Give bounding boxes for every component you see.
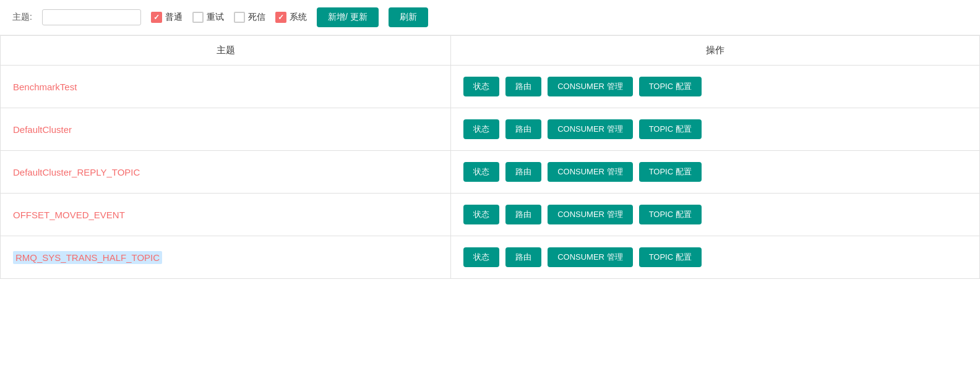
- col-topic: 主题: [1, 36, 451, 66]
- subject-input[interactable]: [42, 9, 141, 25]
- topic-name: DefaultCluster_REPLY_TOPIC: [13, 167, 140, 177]
- topic-cell: OFFSET_MOVED_EVENT: [1, 194, 451, 236]
- table-row: DefaultCluster_REPLY_TOPIC状态路由CONSUMER 管…: [1, 151, 980, 194]
- topic-config-button[interactable]: TOPIC 配置: [639, 205, 702, 224]
- checkbox-dead-box[interactable]: [234, 12, 245, 23]
- table-row: DefaultCluster状态路由CONSUMER 管理TOPIC 配置: [1, 108, 980, 151]
- topic-name: DefaultCluster: [13, 124, 72, 135]
- col-action: 操作: [451, 36, 980, 66]
- topic-name: BenchmarkTest: [13, 82, 77, 92]
- checkbox-dead[interactable]: 死信: [234, 12, 265, 23]
- topic-name: OFFSET_MOVED_EVENT: [13, 210, 125, 220]
- actions-container: 状态路由CONSUMER 管理TOPIC 配置: [463, 77, 967, 96]
- route-button[interactable]: 路由: [505, 77, 541, 96]
- actions-container: 状态路由CONSUMER 管理TOPIC 配置: [463, 162, 967, 182]
- actions-container: 状态路由CONSUMER 管理TOPIC 配置: [463, 205, 967, 224]
- status-button[interactable]: 状态: [463, 205, 499, 224]
- table-container: 主题 操作 BenchmarkTest状态路由CONSUMER 管理TOPIC …: [0, 35, 980, 279]
- checkbox-dead-label: 死信: [248, 12, 265, 23]
- consumer-manage-button[interactable]: CONSUMER 管理: [548, 77, 632, 96]
- checkbox-normal[interactable]: 普通: [151, 12, 183, 23]
- checkbox-retry[interactable]: 重试: [192, 12, 224, 23]
- add-update-button[interactable]: 新增/ 更新: [317, 7, 379, 27]
- table-header-row: 主题 操作: [1, 36, 980, 66]
- topic-config-button[interactable]: TOPIC 配置: [639, 119, 702, 139]
- topic-name: RMQ_SYS_TRANS_HALF_TOPIC: [13, 251, 162, 264]
- actions-cell: 状态路由CONSUMER 管理TOPIC 配置: [451, 151, 980, 194]
- checkbox-system-label: 系统: [290, 12, 307, 23]
- actions-cell: 状态路由CONSUMER 管理TOPIC 配置: [451, 66, 980, 108]
- checkbox-retry-label: 重试: [207, 12, 224, 23]
- consumer-manage-button[interactable]: CONSUMER 管理: [548, 162, 632, 182]
- checkbox-system-box[interactable]: [275, 12, 286, 23]
- topic-cell: DefaultCluster_REPLY_TOPIC: [1, 151, 451, 194]
- status-button[interactable]: 状态: [463, 77, 499, 96]
- topic-config-button[interactable]: TOPIC 配置: [639, 77, 702, 96]
- topic-config-button[interactable]: TOPIC 配置: [639, 162, 702, 182]
- subject-label: 主题:: [12, 12, 32, 23]
- toolbar: 主题: 普通 重试 死信 系统 新增/ 更新 刷新: [0, 0, 980, 35]
- consumer-manage-button[interactable]: CONSUMER 管理: [548, 247, 632, 267]
- status-button[interactable]: 状态: [463, 162, 499, 182]
- checkbox-normal-label: 普通: [165, 12, 183, 23]
- topic-cell: RMQ_SYS_TRANS_HALF_TOPIC: [1, 236, 451, 279]
- actions-container: 状态路由CONSUMER 管理TOPIC 配置: [463, 247, 967, 267]
- status-button[interactable]: 状态: [463, 247, 499, 267]
- actions-cell: 状态路由CONSUMER 管理TOPIC 配置: [451, 236, 980, 279]
- route-button[interactable]: 路由: [505, 162, 541, 182]
- route-button[interactable]: 路由: [505, 247, 541, 267]
- checkbox-normal-box[interactable]: [151, 12, 162, 23]
- refresh-button[interactable]: 刷新: [389, 7, 428, 27]
- actions-cell: 状态路由CONSUMER 管理TOPIC 配置: [451, 194, 980, 236]
- topic-cell: BenchmarkTest: [1, 66, 451, 108]
- checkbox-retry-box[interactable]: [192, 12, 204, 23]
- table-row: OFFSET_MOVED_EVENT状态路由CONSUMER 管理TOPIC 配…: [1, 194, 980, 236]
- actions-cell: 状态路由CONSUMER 管理TOPIC 配置: [451, 108, 980, 151]
- route-button[interactable]: 路由: [505, 205, 541, 224]
- topics-table: 主题 操作 BenchmarkTest状态路由CONSUMER 管理TOPIC …: [0, 35, 980, 279]
- status-button[interactable]: 状态: [463, 119, 499, 139]
- checkbox-system[interactable]: 系统: [275, 12, 307, 23]
- actions-container: 状态路由CONSUMER 管理TOPIC 配置: [463, 119, 967, 139]
- table-row: RMQ_SYS_TRANS_HALF_TOPIC状态路由CONSUMER 管理T…: [1, 236, 980, 279]
- topic-config-button[interactable]: TOPIC 配置: [639, 247, 702, 267]
- consumer-manage-button[interactable]: CONSUMER 管理: [548, 119, 632, 139]
- consumer-manage-button[interactable]: CONSUMER 管理: [548, 205, 632, 224]
- table-row: BenchmarkTest状态路由CONSUMER 管理TOPIC 配置: [1, 66, 980, 108]
- topic-cell: DefaultCluster: [1, 108, 451, 151]
- route-button[interactable]: 路由: [505, 119, 541, 139]
